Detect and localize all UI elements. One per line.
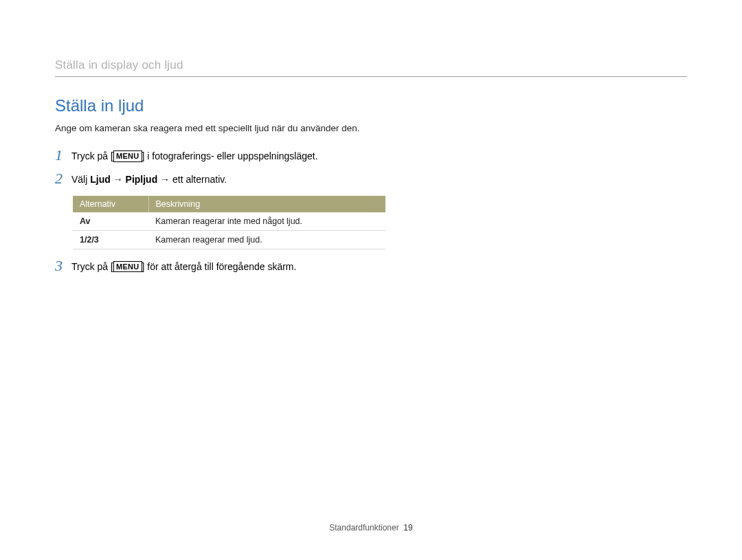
option-name: 1/2/3: [73, 230, 148, 249]
header-rule: [55, 76, 687, 77]
step-bold-ljud: Ljud: [90, 174, 111, 185]
step-1: 1 Tryck på [MENU] i fotograferings- elle…: [55, 148, 385, 165]
step-number: 2: [55, 170, 71, 187]
step-body: Tryck på [MENU] i fotograferings- eller …: [71, 148, 385, 164]
step-3: 3 Tryck på [MENU] för att återgå till fö…: [55, 259, 385, 276]
step-number: 3: [55, 258, 71, 274]
step-body: Välj Ljud → Pipljud → ett alternativ.: [71, 172, 385, 187]
intro-text: Ange om kameran ska reagera med ett spec…: [55, 122, 385, 135]
page-footer: Standardfunktioner 19: [0, 523, 742, 533]
step-text-post: ] i fotograferings- eller uppspelningslä…: [142, 150, 318, 161]
step-text-post: → ett alternativ.: [157, 174, 227, 185]
page-number: 19: [403, 523, 412, 533]
step-text-pre: Välj: [71, 174, 90, 185]
footer-section: Standardfunktioner: [329, 523, 398, 533]
step-number: 1: [55, 147, 71, 164]
step-bold-pipljud: Pipljud: [126, 174, 158, 185]
running-head: Ställa in display och ljud: [55, 58, 687, 76]
arrow-icon: →: [111, 174, 126, 185]
table-header-description: Beskrivning: [148, 196, 385, 212]
section-title: Ställa in ljud: [55, 96, 385, 115]
option-description: Kameran reagerar inte med något ljud.: [148, 212, 385, 231]
step-text-post: ] för att återgå till föregående skärm.: [142, 261, 297, 272]
step-2: 2 Välj Ljud → Pipljud → ett alternativ.: [55, 172, 385, 188]
menu-key-icon: MENU: [113, 150, 142, 161]
option-name: Av: [73, 212, 148, 231]
table-row: Av Kameran reagerar inte med något ljud.: [73, 212, 385, 231]
option-description: Kameran reagerar med ljud.: [148, 230, 385, 249]
step-text-pre: Tryck på [: [71, 150, 113, 161]
menu-key-icon: MENU: [113, 261, 142, 272]
table-header-option: Alternativ: [73, 196, 148, 212]
table-header-row: Alternativ Beskrivning: [73, 196, 385, 212]
step-text-pre: Tryck på [: [71, 261, 113, 272]
step-body: Tryck på [MENU] för att återgå till före…: [71, 259, 385, 274]
table-row: 1/2/3 Kameran reagerar med ljud.: [73, 230, 385, 249]
options-table: Alternativ Beskrivning Av Kameran reager…: [73, 196, 385, 249]
